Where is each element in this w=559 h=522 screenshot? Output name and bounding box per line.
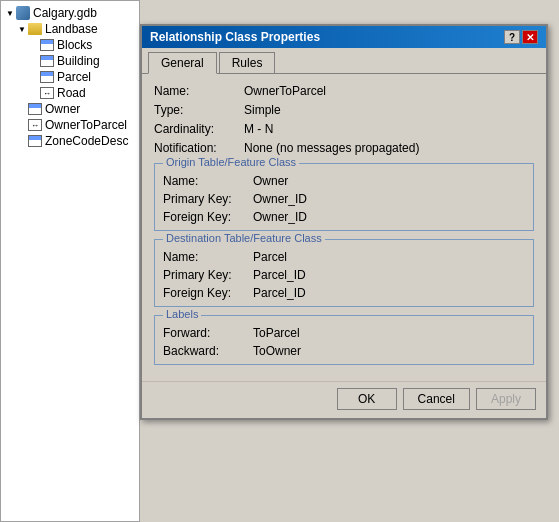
tree-label-landbase: Landbase bbox=[45, 22, 98, 36]
type-value: Simple bbox=[244, 103, 281, 117]
tree-item-owner[interactable]: Owner bbox=[1, 101, 139, 117]
origin-name-label: Name: bbox=[163, 174, 253, 188]
cancel-button[interactable]: Cancel bbox=[403, 388, 470, 410]
cardinality-row: Cardinality: M - N bbox=[154, 122, 534, 136]
tree-label-ownertoparcel: OwnerToParcel bbox=[45, 118, 127, 132]
relationship-class-dialog: Relationship Class Properties ? ✕ Genera… bbox=[140, 24, 548, 420]
expander-blocks bbox=[29, 40, 39, 50]
destination-group: Destination Table/Feature Class Name: Pa… bbox=[154, 239, 534, 307]
dialog-title: Relationship Class Properties bbox=[150, 30, 320, 44]
notification-row: Notification: None (no messages propagat… bbox=[154, 141, 534, 155]
labels-legend: Labels bbox=[163, 308, 201, 320]
origin-pk-value: Owner_ID bbox=[253, 192, 307, 206]
icon-table-zonecodedesc bbox=[28, 135, 42, 147]
backward-row: Backward: ToOwner bbox=[163, 344, 525, 358]
expander-calgary[interactable]: ▼ bbox=[5, 8, 15, 18]
forward-label: Forward: bbox=[163, 326, 253, 340]
tree-label-road: Road bbox=[57, 86, 86, 100]
icon-gdb bbox=[16, 6, 30, 20]
tree-label-building: Building bbox=[57, 54, 100, 68]
dest-fk-value: Parcel_ID bbox=[253, 286, 306, 300]
icon-table-blocks bbox=[40, 39, 54, 51]
name-row: Name: OwnerToParcel bbox=[154, 84, 534, 98]
tree-item-ownertoparcel[interactable]: ↔ OwnerToParcel bbox=[1, 117, 139, 133]
cardinality-value: M - N bbox=[244, 122, 273, 136]
tree-item-zonecodedesc[interactable]: ZoneCodeDesc bbox=[1, 133, 139, 149]
labels-group: Labels Forward: ToParcel Backward: ToOwn… bbox=[154, 315, 534, 365]
origin-fk-row: Foreign Key: Owner_ID bbox=[163, 210, 525, 224]
icon-rel-ownertoparcel: ↔ bbox=[28, 119, 42, 131]
origin-group: Origin Table/Feature Class Name: Owner P… bbox=[154, 163, 534, 231]
apply-button[interactable]: Apply bbox=[476, 388, 536, 410]
tree-item-road[interactable]: ↔ Road bbox=[1, 85, 139, 101]
tree-item-landbase[interactable]: ▼ Landbase bbox=[1, 21, 139, 37]
tree-label-zonecodedesc: ZoneCodeDesc bbox=[45, 134, 128, 148]
tree-label-calgary: Calgary.gdb bbox=[33, 6, 97, 20]
dest-fk-label: Foreign Key: bbox=[163, 286, 253, 300]
dialog-body: Name: OwnerToParcel Type: Simple Cardina… bbox=[142, 74, 546, 381]
close-button[interactable]: ✕ bbox=[522, 30, 538, 44]
expander-landbase[interactable]: ▼ bbox=[17, 24, 27, 34]
backward-label: Backward: bbox=[163, 344, 253, 358]
name-value: OwnerToParcel bbox=[244, 84, 326, 98]
icon-table-owner bbox=[28, 103, 42, 115]
expander-owner bbox=[17, 104, 27, 114]
help-button[interactable]: ? bbox=[504, 30, 520, 44]
dest-pk-row: Primary Key: Parcel_ID bbox=[163, 268, 525, 282]
tab-general[interactable]: General bbox=[148, 52, 217, 74]
dest-name-value: Parcel bbox=[253, 250, 287, 264]
tree-item-building[interactable]: Building bbox=[1, 53, 139, 69]
dialog-footer: OK Cancel Apply bbox=[142, 381, 546, 418]
dialog-titlebar: Relationship Class Properties ? ✕ bbox=[142, 26, 546, 48]
notification-label: Notification: bbox=[154, 141, 244, 155]
forward-row: Forward: ToParcel bbox=[163, 326, 525, 340]
titlebar-buttons: ? ✕ bbox=[504, 30, 538, 44]
icon-table-parcel bbox=[40, 71, 54, 83]
type-row: Type: Simple bbox=[154, 103, 534, 117]
backward-value: ToOwner bbox=[253, 344, 301, 358]
icon-rel-road: ↔ bbox=[40, 87, 54, 99]
origin-pk-row: Primary Key: Owner_ID bbox=[163, 192, 525, 206]
origin-legend: Origin Table/Feature Class bbox=[163, 156, 299, 168]
origin-fk-value: Owner_ID bbox=[253, 210, 307, 224]
destination-legend: Destination Table/Feature Class bbox=[163, 232, 325, 244]
origin-pk-label: Primary Key: bbox=[163, 192, 253, 206]
tree-label-blocks: Blocks bbox=[57, 38, 92, 52]
tree-label-parcel: Parcel bbox=[57, 70, 91, 84]
dest-name-row: Name: Parcel bbox=[163, 250, 525, 264]
dest-pk-value: Parcel_ID bbox=[253, 268, 306, 282]
expander-building bbox=[29, 56, 39, 66]
origin-fk-label: Foreign Key: bbox=[163, 210, 253, 224]
tree-item-blocks[interactable]: Blocks bbox=[1, 37, 139, 53]
dest-name-label: Name: bbox=[163, 250, 253, 264]
forward-value: ToParcel bbox=[253, 326, 300, 340]
origin-name-value: Owner bbox=[253, 174, 288, 188]
tree-label-owner: Owner bbox=[45, 102, 80, 116]
origin-name-row: Name: Owner bbox=[163, 174, 525, 188]
expander-ownertoparcel bbox=[17, 120, 27, 130]
name-label: Name: bbox=[154, 84, 244, 98]
expander-zonecodedesc bbox=[17, 136, 27, 146]
dest-pk-label: Primary Key: bbox=[163, 268, 253, 282]
icon-table-building bbox=[40, 55, 54, 67]
tab-bar: General Rules bbox=[142, 48, 546, 74]
ok-button[interactable]: OK bbox=[337, 388, 397, 410]
tree-item-parcel[interactable]: Parcel bbox=[1, 69, 139, 85]
expander-parcel bbox=[29, 72, 39, 82]
tab-rules[interactable]: Rules bbox=[219, 52, 276, 73]
icon-folder-landbase bbox=[28, 23, 42, 35]
expander-road bbox=[29, 88, 39, 98]
cardinality-label: Cardinality: bbox=[154, 122, 244, 136]
notification-value: None (no messages propagated) bbox=[244, 141, 419, 155]
tree-item-calgary-gdb[interactable]: ▼ Calgary.gdb bbox=[1, 5, 139, 21]
dest-fk-row: Foreign Key: Parcel_ID bbox=[163, 286, 525, 300]
type-label: Type: bbox=[154, 103, 244, 117]
tree-panel: ▼ Calgary.gdb ▼ Landbase Blocks Building… bbox=[0, 0, 140, 522]
